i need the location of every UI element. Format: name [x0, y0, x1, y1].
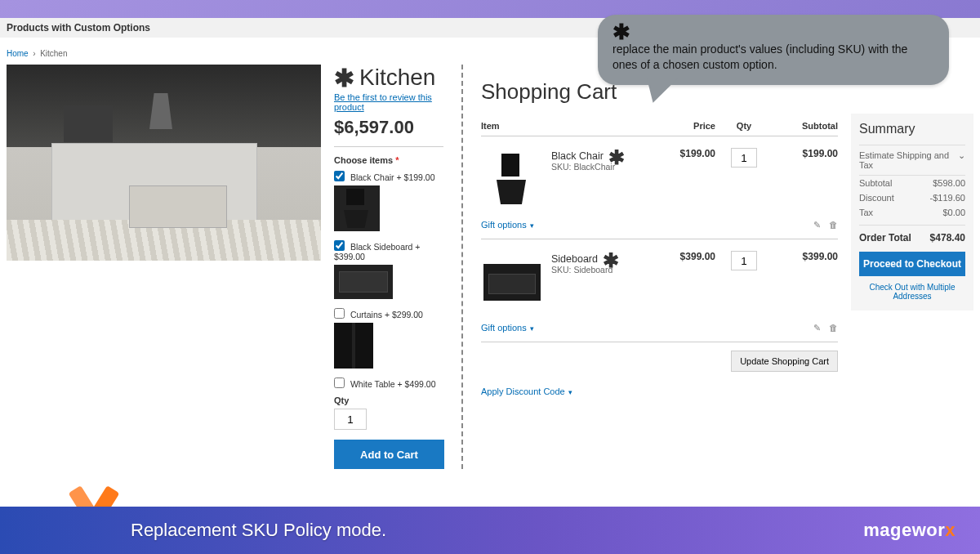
option-curtains[interactable]: Curtains + $299.00: [334, 307, 443, 319]
option-black-sideboard[interactable]: Black Sideboard + $399.00: [334, 239, 443, 261]
option-checkbox[interactable]: [334, 378, 345, 388]
cart-item-thumb[interactable]: [481, 251, 543, 313]
breadcrumb-current: Kitchen: [40, 49, 67, 58]
qty-label: Qty: [334, 395, 443, 405]
asterisk-icon: ✱: [603, 256, 619, 266]
asterisk-icon: ✱: [612, 23, 934, 42]
review-link[interactable]: Be the first to review this product: [334, 92, 443, 112]
cart-item-thumb[interactable]: [481, 148, 543, 210]
edit-icon[interactable]: ✎: [813, 323, 821, 333]
chevron-down-icon: ⌄: [958, 150, 965, 170]
cart-qty-input[interactable]: [731, 148, 757, 168]
apply-discount-link[interactable]: Apply Discount Code▾: [481, 386, 572, 396]
trash-icon[interactable]: 🗑: [829, 220, 838, 230]
qty-input[interactable]: [334, 409, 367, 430]
option-swatch-sideboard[interactable]: [334, 265, 393, 299]
option-checkbox[interactable]: [334, 308, 345, 319]
cart-item: Black Chair✱ SKU: BlackChair $199.00 $19…: [481, 136, 838, 215]
trash-icon[interactable]: 🗑: [829, 323, 838, 333]
cart-qty-input[interactable]: [731, 251, 757, 270]
option-checkbox[interactable]: [334, 240, 345, 251]
gift-options-link[interactable]: Gift options▾: [481, 323, 534, 333]
multi-address-link[interactable]: Check Out with Multiple Addresses: [859, 283, 965, 301]
chevron-down-icon: ▾: [530, 324, 534, 333]
option-swatch-chair[interactable]: [334, 185, 380, 231]
option-swatch-curtains[interactable]: [334, 323, 373, 369]
annotation-callout: ✱ replace the main product's values (inc…: [598, 15, 949, 85]
options-label: Choose items *: [334, 155, 443, 165]
brand-wordmark: mageworx: [863, 520, 956, 541]
gift-options-link[interactable]: Gift options▾: [481, 220, 534, 230]
page-heading: Products with Custom Options: [7, 22, 150, 34]
app-window: Products with Custom Options Home › Kitc…: [0, 18, 980, 508]
product-price: $6,597.00: [334, 117, 443, 138]
asterisk-icon: ✱: [608, 153, 625, 163]
update-cart-button[interactable]: Update Shopping Cart: [731, 351, 838, 372]
summary-panel: Summary Estimate Shipping and Tax⌄ Subto…: [851, 114, 973, 311]
product-title: ✱ Kitchen: [334, 65, 443, 91]
breadcrumb-home[interactable]: Home: [7, 49, 29, 58]
option-checkbox[interactable]: [334, 171, 345, 181]
summary-title: Summary: [859, 122, 965, 136]
chevron-down-icon: ▾: [568, 388, 572, 396]
asterisk-icon: ✱: [334, 69, 354, 87]
footer-banner: Replacement SKU Policy mode. mageworx: [0, 507, 980, 554]
edit-icon[interactable]: ✎: [813, 220, 821, 230]
add-to-cart-button[interactable]: Add to Cart: [334, 440, 444, 469]
estimate-shipping-toggle[interactable]: Estimate Shipping and Tax⌄: [859, 145, 965, 176]
chevron-down-icon: ▾: [530, 221, 534, 230]
footer-caption: Replacement SKU Policy mode.: [131, 520, 386, 541]
cart-header-row: Item Price Qty Subtotal: [481, 116, 838, 136]
cart-item: Sideboard✱ SKU: Sideboard $399.00 $399.0…: [481, 239, 838, 318]
product-hero-image: [7, 65, 321, 261]
option-white-table[interactable]: White Table + $499.00: [334, 377, 443, 389]
proceed-checkout-button[interactable]: Proceed to Checkout: [859, 252, 965, 276]
option-black-chair[interactable]: Black Chair + $199.00: [334, 170, 443, 182]
section-divider: [461, 65, 463, 469]
